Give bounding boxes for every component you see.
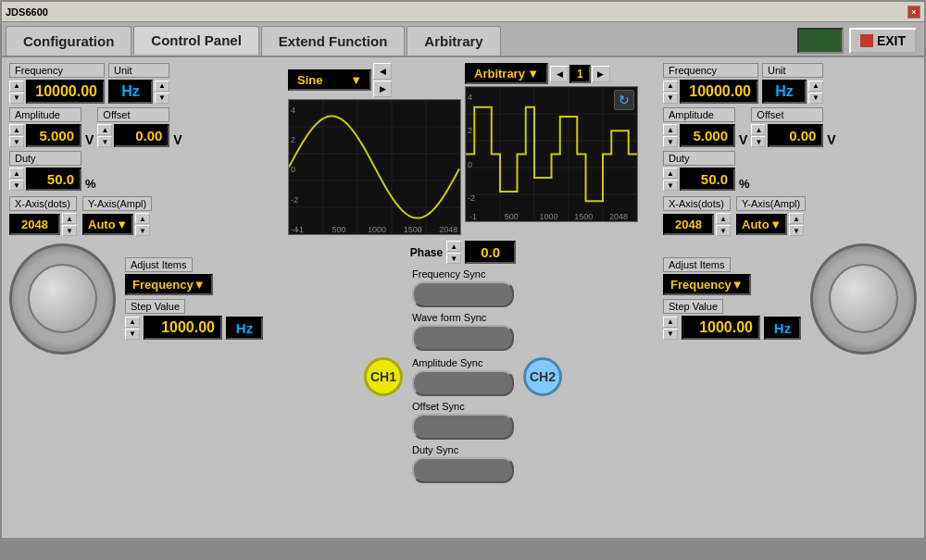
ch2-offset-label: Offset	[751, 107, 823, 122]
ch1-step-value-label: Step Value	[125, 299, 185, 314]
waveform-sync-label: Wave form Sync	[412, 312, 486, 323]
ch1-waveform-prev[interactable]: ◀	[373, 63, 392, 80]
tab-extend-function[interactable]: Extend Function	[261, 26, 406, 56]
ch1-knob[interactable]	[9, 243, 116, 355]
phase-up[interactable]: ▲	[446, 241, 461, 252]
exit-icon	[860, 34, 873, 47]
ch1-frequency-down[interactable]: ▼	[9, 93, 24, 104]
ch1-adjust-items-label: Adjust Items	[125, 257, 193, 272]
ch2-waveform-next[interactable]: ▶	[592, 66, 610, 82]
ch2-duty-down[interactable]: ▼	[663, 180, 678, 191]
ch2-step-value-label: Step Value	[663, 299, 723, 314]
ch1-frequency-up[interactable]: ▲	[9, 81, 24, 92]
ch2-yaxis-label: Y-Axis(Ampl)	[736, 196, 806, 211]
ch2-knob-inner	[829, 264, 898, 333]
ch1-duty-label: Duty	[9, 151, 81, 166]
ch1-adjust-dropdown[interactable]: Frequency ▼	[125, 274, 213, 295]
ch1-waveform-dropdown[interactable]: Sine ▼	[288, 69, 371, 91]
exit-label: EXIT	[877, 33, 906, 48]
window-title: JDS6600	[6, 6, 48, 18]
ch2-yaxis-down[interactable]: ▼	[789, 225, 804, 236]
ch1-badge: CH1	[364, 357, 403, 396]
ch1-unit-label: Unit	[108, 63, 169, 78]
ch1-offset-up[interactable]: ▲	[97, 124, 112, 135]
ch2-frequency-display: 10000.00	[680, 80, 758, 104]
ch1-frequency-label: Frequency	[9, 63, 105, 78]
ch2-step-unit: Hz	[764, 317, 801, 340]
ch1-offset-down[interactable]: ▼	[97, 136, 112, 147]
duty-sync-label: Duty Sync	[412, 444, 458, 455]
ch2-yaxis-dropdown[interactable]: Auto ▼	[736, 214, 787, 235]
tab-control-panel[interactable]: Control Panel	[133, 26, 259, 56]
ch1-step-up[interactable]: ▲	[125, 317, 140, 328]
ch1-duty-up[interactable]: ▲	[9, 168, 24, 179]
waveform-sync-button[interactable]	[412, 325, 514, 351]
ch2-duty-label: Duty	[663, 151, 735, 166]
ch1-amplitude-down[interactable]: ▼	[9, 136, 24, 147]
amplitude-sync-label: Amplitude Sync	[412, 357, 482, 368]
amplitude-sync-button[interactable]	[412, 370, 514, 396]
ch2-amplitude-label: Amplitude	[663, 107, 735, 122]
ch2-duty-up[interactable]: ▲	[663, 168, 678, 179]
exit-button[interactable]: EXIT	[849, 28, 917, 54]
ch2-waveform-graph	[465, 86, 638, 222]
ch1-unit-down[interactable]: ▼	[155, 93, 169, 104]
ch1-xaxis-up[interactable]: ▲	[62, 213, 77, 224]
ch2-unit-display: Hz	[762, 80, 807, 104]
ch1-duty-display: 50.0	[26, 168, 81, 191]
ch2-amplitude-up[interactable]: ▲	[663, 124, 678, 135]
ch2-frequency-down[interactable]: ▼	[663, 93, 678, 104]
offset-sync-label: Offset Sync	[412, 401, 465, 412]
ch2-step-up[interactable]: ▲	[663, 317, 678, 328]
ch2-offset-unit: V	[827, 132, 835, 147]
ch2-offset-down[interactable]: ▼	[751, 136, 766, 147]
ch2-knob[interactable]	[810, 243, 917, 355]
ch1-offset-unit: V	[173, 132, 181, 147]
ch1-step-down[interactable]: ▼	[125, 329, 140, 340]
frequency-sync-button[interactable]	[412, 281, 514, 307]
ch2-waveform-dropdown[interactable]: Arbitrary ▼	[465, 63, 548, 84]
ch1-waveform-next[interactable]: ▶	[373, 81, 392, 97]
ch2-refresh-button[interactable]: ↻	[614, 90, 634, 110]
ch1-waveform-graph	[288, 99, 461, 235]
ch2-amplitude-down[interactable]: ▼	[663, 136, 678, 147]
ch1-amplitude-label: Amplitude	[9, 107, 81, 122]
offset-sync-button[interactable]	[412, 414, 514, 440]
ch2-duty-display: 50.0	[680, 168, 735, 191]
ch2-step-down[interactable]: ▼	[663, 329, 678, 340]
ch1-yaxis-up[interactable]: ▲	[135, 213, 150, 224]
status-light	[797, 28, 844, 54]
ch2-unit-label: Unit	[762, 63, 823, 78]
ch2-offset-up[interactable]: ▲	[751, 124, 766, 135]
ch2-xaxis-display: 2048	[663, 214, 714, 235]
phase-down[interactable]: ▼	[446, 253, 461, 264]
ch2-frequency-up[interactable]: ▲	[663, 81, 678, 92]
ch2-unit-up[interactable]: ▲	[808, 81, 823, 92]
ch1-offset-display: 0.00	[114, 124, 169, 147]
ch2-xaxis-up[interactable]: ▲	[716, 213, 731, 224]
ch1-yaxis-label: Y-Axis(Ampl)	[82, 196, 152, 211]
ch1-yaxis-down[interactable]: ▼	[135, 225, 150, 236]
ch2-adjust-items-label: Adjust Items	[663, 257, 731, 272]
duty-sync-button[interactable]	[412, 457, 514, 483]
ch2-waveform-number: 1	[569, 65, 591, 83]
tab-configuration[interactable]: Configuration	[6, 26, 131, 56]
ch1-unit-display: Hz	[108, 80, 153, 104]
ch1-yaxis-dropdown[interactable]: Auto ▼	[82, 214, 133, 235]
ch1-xaxis-down[interactable]: ▼	[62, 225, 77, 236]
ch2-amplitude-display: 5.000	[680, 124, 735, 147]
frequency-sync-label: Frequency Sync	[412, 268, 485, 280]
ch2-frequency-label: Frequency	[663, 63, 758, 78]
ch1-xaxis-label: X-Axis(dots)	[9, 196, 77, 211]
window-close-button[interactable]: ×	[907, 6, 920, 19]
ch2-duty-unit: %	[739, 177, 750, 191]
tab-arbitrary[interactable]: Arbitrary	[407, 26, 500, 56]
ch2-xaxis-down[interactable]: ▼	[716, 225, 731, 236]
ch1-amplitude-up[interactable]: ▲	[9, 124, 24, 135]
ch1-duty-down[interactable]: ▼	[9, 180, 24, 191]
ch2-adjust-dropdown[interactable]: Frequency ▼	[663, 274, 751, 295]
ch2-waveform-prev[interactable]: ◀	[550, 66, 569, 82]
ch1-unit-up[interactable]: ▲	[155, 81, 169, 92]
ch2-unit-down[interactable]: ▼	[808, 93, 823, 104]
ch2-yaxis-up[interactable]: ▲	[789, 213, 804, 224]
